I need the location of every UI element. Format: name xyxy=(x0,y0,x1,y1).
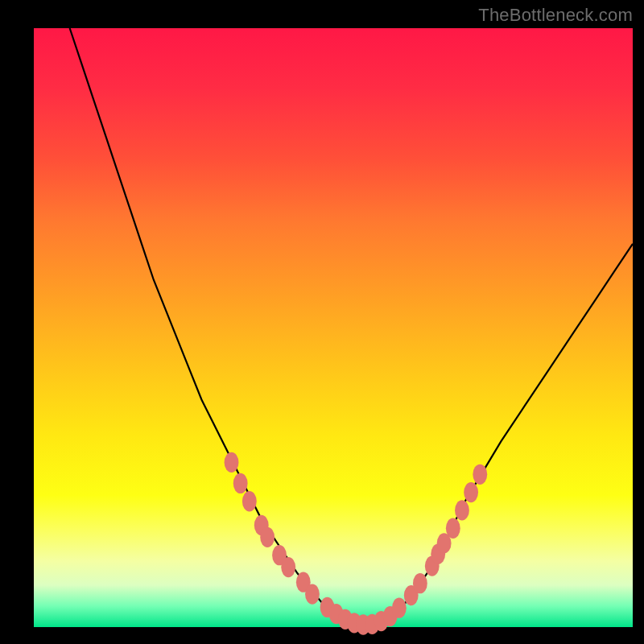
chart-svg xyxy=(34,28,633,627)
data-marker xyxy=(225,452,239,473)
data-markers xyxy=(225,452,488,635)
data-marker xyxy=(464,482,478,502)
data-marker xyxy=(455,500,469,520)
data-marker xyxy=(392,598,407,618)
data-marker xyxy=(413,573,427,593)
data-marker xyxy=(305,584,320,604)
data-marker xyxy=(242,491,257,511)
watermark-text: TheBottleneck.com xyxy=(478,5,633,26)
bottleneck-curve xyxy=(70,28,633,624)
chart-frame: TheBottleneck.com xyxy=(0,0,644,644)
data-marker xyxy=(473,464,487,485)
data-marker xyxy=(446,518,460,539)
data-marker xyxy=(281,557,295,577)
data-marker xyxy=(233,473,248,493)
data-marker xyxy=(260,527,275,547)
plot-area xyxy=(34,28,633,627)
